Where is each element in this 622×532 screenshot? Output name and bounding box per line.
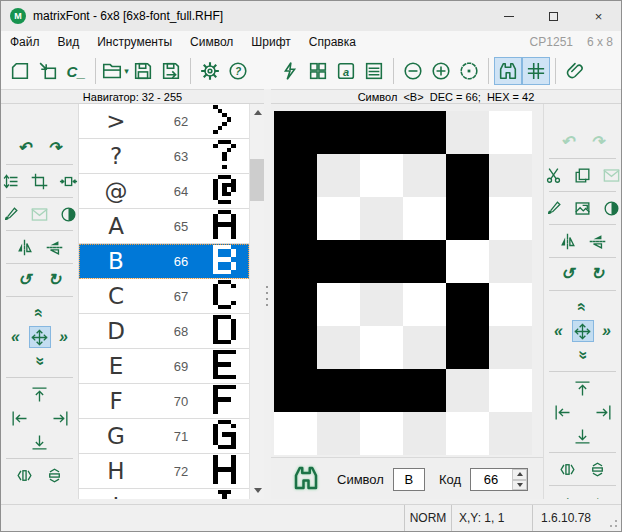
cut-button[interactable] (543, 164, 564, 186)
undo-button[interactable]: ↶ (14, 137, 36, 159)
text-sample-button[interactable] (360, 57, 388, 85)
char-row[interactable]: C67 (79, 279, 249, 314)
pixel-cell-on[interactable] (317, 369, 360, 412)
copy-button[interactable] (572, 164, 593, 186)
code-spin-up-button[interactable] (512, 469, 527, 480)
pixel-cell-off[interactable] (317, 154, 360, 197)
pixel-cell-on[interactable] (446, 197, 489, 240)
flip-horizontal-button[interactable] (14, 236, 36, 258)
attach-button[interactable] (561, 57, 589, 85)
menu-file[interactable]: Файл (1, 35, 49, 49)
pixel-cell-off[interactable] (317, 412, 360, 455)
char-preview-button[interactable]: a (332, 57, 360, 85)
maximize-button[interactable] (531, 1, 576, 31)
pixel-cell-off[interactable] (489, 111, 532, 154)
pixel-cell-on[interactable] (446, 326, 489, 369)
export-image-button[interactable] (572, 197, 593, 219)
panel-splitter[interactable] (264, 104, 271, 499)
crop-font-button[interactable] (29, 170, 50, 192)
pixel-cell-off[interactable] (489, 326, 532, 369)
menu-font[interactable]: Шрифт (242, 35, 299, 49)
char-row[interactable]: G71 (79, 419, 249, 454)
pixel-cell-on[interactable] (317, 111, 360, 154)
char-row[interactable]: @64 (79, 174, 249, 209)
grid-toggle[interactable] (522, 57, 550, 85)
flip-vertical-button[interactable] (44, 236, 66, 258)
menu-tools[interactable]: Инструменты (88, 35, 181, 49)
pixel-cell-off[interactable] (317, 197, 360, 240)
navigator-toggle[interactable] (494, 57, 522, 85)
pixel-cell-on[interactable] (274, 369, 317, 412)
pixel-cell-off[interactable] (489, 283, 532, 326)
invert-button[interactable] (58, 203, 79, 225)
snap-bottom-button[interactable] (29, 431, 51, 453)
flip-vertical-button[interactable] (587, 230, 609, 252)
shift-down-button[interactable]: « (29, 350, 51, 372)
center-horizontal-button[interactable] (14, 464, 36, 486)
pixel-cell-off[interactable] (403, 326, 446, 369)
settings-button[interactable] (196, 57, 224, 85)
pixel-cell-on[interactable] (274, 283, 317, 326)
new-font-button[interactable] (6, 57, 34, 85)
char-row[interactable]: H72 (79, 454, 249, 489)
shift-right-button[interactable]: » (53, 326, 75, 348)
char-height-button[interactable] (1, 170, 21, 192)
pixel-cell-on[interactable] (274, 154, 317, 197)
snap-bottom-button[interactable] (572, 425, 594, 447)
resize-grip[interactable] (615, 525, 617, 527)
pixel-cell-on[interactable] (274, 326, 317, 369)
pixel-cell-off[interactable] (489, 197, 532, 240)
move-mode-button[interactable] (572, 320, 594, 342)
snap-right-button[interactable] (49, 407, 71, 429)
pixel-cell-off[interactable] (489, 412, 532, 455)
snap-right-button[interactable] (592, 401, 614, 423)
snap-top-button[interactable] (572, 377, 594, 399)
pixel-cell-off[interactable] (274, 412, 317, 455)
pixel-cell-off[interactable] (403, 283, 446, 326)
center-horizontal-button[interactable] (557, 458, 579, 480)
zoom-original-button[interactable] (455, 57, 483, 85)
export-c-code-button[interactable]: C_ (62, 57, 90, 85)
char-row-selected[interactable]: B66 (79, 244, 249, 279)
symbol-input[interactable] (393, 468, 425, 491)
pixel-cell-on[interactable] (360, 111, 403, 154)
pixel-cell-on[interactable] (403, 111, 446, 154)
close-button[interactable]: × (576, 1, 621, 31)
pixel-cell-on[interactable] (403, 240, 446, 283)
zoom-out-button[interactable] (399, 57, 427, 85)
pixel-cell-off[interactable] (360, 283, 403, 326)
shift-down-button[interactable]: « (572, 344, 594, 366)
pixel-cell-on[interactable] (274, 111, 317, 154)
shift-up-button[interactable]: « (29, 302, 51, 324)
minimize-button[interactable] (486, 1, 531, 31)
char-row[interactable]: ?63 (79, 139, 249, 174)
snap-top-button[interactable] (29, 383, 51, 405)
char-map-button[interactable] (304, 57, 332, 85)
invert-button[interactable] (601, 197, 621, 219)
pixel-cell-off[interactable] (360, 197, 403, 240)
paint-mode-button[interactable] (1, 203, 21, 225)
char-row[interactable]: F70 (79, 384, 249, 419)
import-button[interactable] (34, 57, 62, 85)
pixel-cell-on[interactable] (317, 240, 360, 283)
shift-up-button[interactable]: « (572, 296, 594, 318)
pixel-cell-off[interactable] (403, 154, 446, 197)
pixel-cell-on[interactable] (274, 240, 317, 283)
pixel-cell-off[interactable] (360, 326, 403, 369)
pixel-cell-off[interactable] (317, 326, 360, 369)
character-list-scrollbar[interactable] (249, 104, 264, 499)
pixel-cell-on[interactable] (274, 197, 317, 240)
menu-view[interactable]: Вид (49, 35, 89, 49)
save-button[interactable] (129, 57, 157, 85)
rotate-left-button[interactable]: ↺ (557, 263, 579, 285)
pixel-cell-off[interactable] (403, 197, 446, 240)
shift-left-button[interactable]: « (548, 320, 570, 342)
rotate-left-button[interactable]: ↺ (14, 269, 36, 291)
snap-left-button[interactable] (8, 407, 30, 429)
char-row[interactable]: >62 (79, 104, 249, 139)
char-row[interactable]: A65 (79, 209, 249, 244)
shift-left-button[interactable]: « (5, 326, 27, 348)
open-button[interactable]: ▾ (101, 57, 129, 85)
center-vertical-button[interactable] (44, 464, 66, 486)
optimize-button[interactable] (276, 57, 304, 85)
